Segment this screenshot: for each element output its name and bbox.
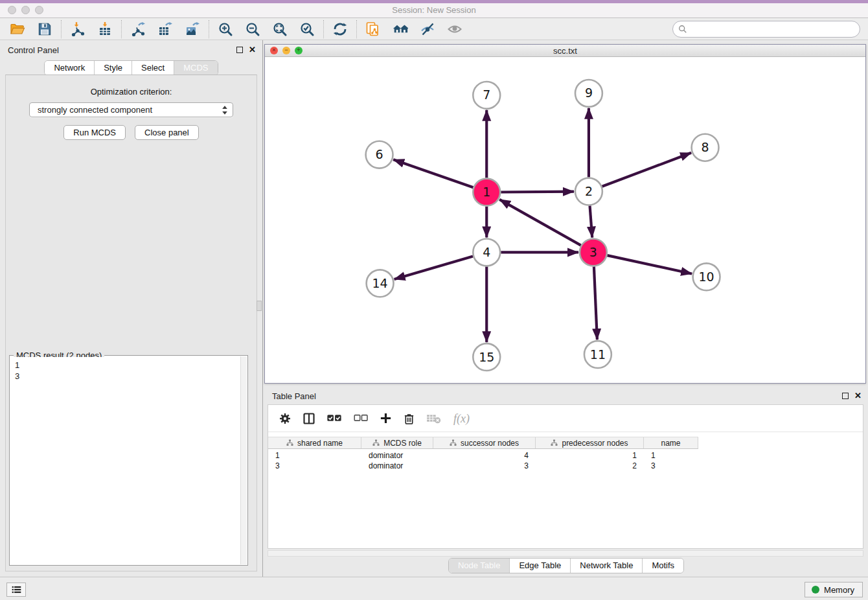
vertical-splitter-handle[interactable] bbox=[257, 301, 262, 311]
node-1[interactable]: 1 bbox=[473, 179, 500, 206]
tab-edge-table[interactable]: Edge Table bbox=[509, 559, 570, 573]
memory-button[interactable]: Memory bbox=[805, 582, 863, 597]
column-label: name bbox=[661, 439, 680, 448]
zoom-selected-button[interactable] bbox=[297, 20, 317, 38]
refresh-view-button[interactable] bbox=[330, 20, 350, 38]
node-3[interactable]: 3 bbox=[580, 238, 607, 266]
node-14[interactable]: 14 bbox=[367, 270, 394, 297]
cell-predecessor-nodes: 1 bbox=[536, 451, 644, 460]
table-row[interactable]: 1dominator411 bbox=[268, 450, 863, 461]
node-label-4: 4 bbox=[483, 245, 490, 259]
svg-text:f(x): f(x) bbox=[453, 412, 470, 426]
edge-3-1[interactable] bbox=[499, 200, 581, 246]
tab-mcds[interactable]: MCDS bbox=[174, 61, 217, 75]
show-columns-button[interactable] bbox=[303, 410, 315, 427]
mcds-result-item: 3 bbox=[15, 371, 240, 382]
cell-name: 1 bbox=[644, 451, 698, 460]
table-horizontal-scrollbar[interactable] bbox=[268, 550, 863, 557]
add-column-button[interactable] bbox=[380, 410, 392, 427]
task-history-button[interactable] bbox=[6, 583, 26, 597]
network-view-window: × − + scc.txt 7968124314101511 bbox=[264, 44, 866, 384]
node-10[interactable]: 10 bbox=[693, 263, 720, 290]
network-canvas[interactable]: 7968124314101511 bbox=[265, 57, 865, 383]
zoom-out-icon bbox=[245, 21, 260, 37]
export-image-icon bbox=[185, 21, 200, 37]
network-window-titlebar[interactable]: × − + scc.txt bbox=[265, 45, 865, 57]
tab-style[interactable]: Style bbox=[94, 61, 131, 75]
node-label-9: 9 bbox=[585, 86, 593, 100]
column-label: MCDS role bbox=[383, 439, 422, 448]
tab-select[interactable]: Select bbox=[131, 61, 174, 75]
toolbar-separator bbox=[121, 20, 122, 38]
show-columns-icon bbox=[303, 412, 315, 425]
select-all-rows-button[interactable] bbox=[326, 410, 342, 427]
tab-network-table[interactable]: Network Table bbox=[570, 559, 642, 573]
column-header-shared-name[interactable]: shared name bbox=[268, 437, 361, 448]
node-4[interactable]: 4 bbox=[473, 238, 500, 266]
close-panel-button[interactable]: Close panel bbox=[135, 125, 199, 140]
edge-1-2[interactable] bbox=[501, 192, 574, 192]
open-session-button[interactable] bbox=[8, 20, 27, 38]
table-close-panel-icon[interactable]: ✕ bbox=[854, 393, 862, 399]
tab-network[interactable]: Network bbox=[45, 61, 94, 75]
toggle-graphics-details-button[interactable] bbox=[418, 20, 437, 38]
edge-2-8[interactable] bbox=[602, 153, 691, 187]
zoom-in-button[interactable] bbox=[216, 20, 235, 38]
column-header-name[interactable]: name bbox=[644, 437, 698, 448]
app-titlebar: Session: New Session bbox=[0, 0, 868, 18]
criterion-select[interactable]: strongly connected component bbox=[29, 102, 233, 117]
column-header-successor-nodes[interactable]: successor nodes bbox=[433, 437, 536, 448]
mcds-result-item: 1 bbox=[15, 360, 240, 371]
edge-3-10[interactable] bbox=[607, 255, 692, 273]
refresh-view-icon bbox=[332, 21, 348, 37]
column-header-MCDS-role[interactable]: MCDS role bbox=[361, 437, 433, 448]
column-label: predecessor nodes bbox=[562, 439, 628, 448]
home-layout-button[interactable] bbox=[391, 20, 410, 38]
edge-1-6[interactable] bbox=[393, 159, 473, 187]
import-network-button[interactable] bbox=[68, 20, 87, 38]
float-panel-icon[interactable] bbox=[236, 47, 243, 53]
table-row[interactable]: 3dominator323 bbox=[268, 461, 863, 471]
open-session-icon bbox=[10, 21, 25, 37]
edge-3-11[interactable] bbox=[594, 266, 597, 340]
table-float-panel-icon[interactable] bbox=[842, 393, 849, 399]
tab-motifs[interactable]: Motifs bbox=[642, 559, 683, 573]
column-label: successor nodes bbox=[461, 439, 519, 448]
node-7[interactable]: 7 bbox=[473, 82, 500, 109]
deselect-all-rows-button[interactable] bbox=[353, 410, 369, 427]
delete-table-icon bbox=[426, 412, 441, 424]
search-input[interactable] bbox=[672, 21, 860, 38]
node-15[interactable]: 15 bbox=[473, 343, 500, 371]
export-network-button[interactable] bbox=[128, 20, 148, 38]
select-all-rows-icon bbox=[326, 413, 342, 424]
edge-2-3[interactable] bbox=[590, 205, 593, 237]
column-header-predecessor-nodes[interactable]: predecessor nodes bbox=[536, 437, 644, 448]
zoom-fit-button[interactable] bbox=[270, 20, 290, 38]
close-panel-icon[interactable]: ✕ bbox=[249, 47, 256, 53]
edge-4-14[interactable] bbox=[394, 256, 474, 279]
save-session-button[interactable] bbox=[35, 20, 54, 38]
home-layout-icon bbox=[393, 21, 408, 37]
zoom-out-button[interactable] bbox=[243, 20, 262, 38]
toolbar-separator bbox=[61, 20, 62, 38]
node-11[interactable]: 11 bbox=[584, 341, 611, 368]
import-table-icon bbox=[97, 21, 113, 37]
table-settings-button[interactable] bbox=[279, 410, 291, 427]
delete-column-button[interactable] bbox=[403, 410, 415, 427]
duplicate-network-button[interactable] bbox=[363, 20, 383, 38]
zoom-fit-icon bbox=[272, 21, 288, 37]
node-8[interactable]: 8 bbox=[692, 134, 719, 161]
result-scrollbar[interactable] bbox=[240, 356, 247, 564]
cell-predecessor-nodes: 2 bbox=[536, 461, 644, 470]
node-2[interactable]: 2 bbox=[575, 178, 602, 205]
function-builder-button: f(x) bbox=[452, 410, 474, 427]
export-image-button[interactable] bbox=[183, 20, 202, 38]
node-6[interactable]: 6 bbox=[366, 141, 393, 168]
node-label-10: 10 bbox=[699, 270, 714, 284]
tab-node-table[interactable]: Node Table bbox=[449, 559, 510, 573]
import-table-button[interactable] bbox=[95, 20, 115, 38]
export-table-button[interactable] bbox=[155, 20, 175, 38]
run-mcds-button[interactable]: Run MCDS bbox=[63, 125, 126, 140]
node-9[interactable]: 9 bbox=[575, 80, 602, 107]
show-annotations-button[interactable] bbox=[445, 20, 464, 38]
